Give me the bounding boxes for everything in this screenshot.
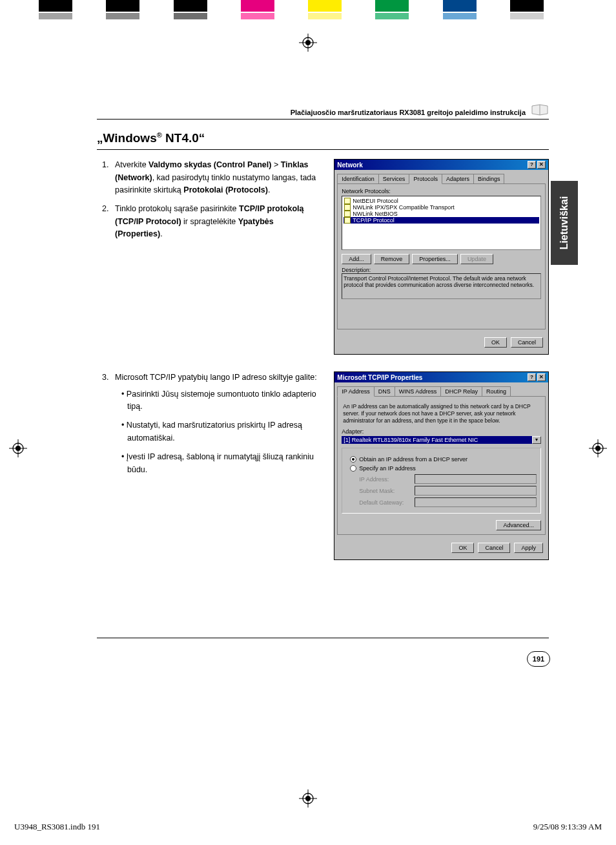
color-swatch xyxy=(308,0,342,12)
radio-obtain-dhcp[interactable]: Obtain an IP address from a DHCP server xyxy=(350,456,537,463)
remove-button[interactable]: Remove xyxy=(374,254,410,264)
dialog-tabs: IP AddressDNSWINS AddressDHCP RelayRouti… xyxy=(337,386,546,396)
color-swatch xyxy=(106,0,139,12)
tab-dhcp-relay[interactable]: DHCP Relay xyxy=(440,386,482,396)
tab-dns[interactable]: DNS xyxy=(374,386,395,396)
network-dialog: Network ? ✕ IdentificationServicesProtoc… xyxy=(334,159,549,355)
properties-button[interactable]: Properties... xyxy=(412,254,458,264)
ok-button[interactable]: OK xyxy=(451,543,474,553)
adapter-dropdown[interactable]: [1] Realtek RTL8139/810x Family Fast Eth… xyxy=(342,436,541,444)
help-button[interactable]: ? xyxy=(528,161,536,169)
language-tab: Lietuviškai xyxy=(551,181,578,265)
dialog-titlebar: Network ? ✕ xyxy=(334,160,548,170)
instruction-text: Microsoft TCP/IP ypatybių lango IP adres… xyxy=(97,371,322,560)
tab-bindings[interactable]: Bindings xyxy=(473,174,505,183)
color-swatch xyxy=(510,13,544,19)
tab-services[interactable]: Services xyxy=(378,174,410,183)
bullet-item: Įvesti IP adresą, šabloną ir numatytąjį … xyxy=(121,451,322,476)
radio-icon xyxy=(350,456,356,463)
apply-button[interactable]: Apply xyxy=(514,543,543,553)
info-text: An IP address can be automatically assig… xyxy=(342,401,541,428)
registration-mark-icon xyxy=(299,789,317,808)
color-swatch xyxy=(241,0,274,12)
color-swatch xyxy=(139,13,173,19)
cancel-button[interactable]: Cancel xyxy=(478,543,510,553)
tab-identification[interactable]: Identification xyxy=(337,174,379,183)
footer-rule xyxy=(97,638,549,638)
color-swatch xyxy=(139,0,173,12)
slug-file: U3948_RS3081.indb 191 xyxy=(14,822,100,832)
tab-routing[interactable]: Routing xyxy=(482,386,511,396)
tab-ip-address[interactable]: IP Address xyxy=(337,386,374,397)
cancel-button[interactable]: Cancel xyxy=(511,337,543,348)
description-text: Transport Control Protocol/Internet Prot… xyxy=(342,273,541,299)
book-icon xyxy=(531,103,549,116)
color-swatch xyxy=(409,0,442,12)
color-swatch xyxy=(544,13,577,19)
color-swatch xyxy=(207,0,241,12)
tab-protocols[interactable]: Protocols xyxy=(409,174,442,184)
bullet-item: Pasirinkti Jūsų sistemoje sumontuoto tin… xyxy=(121,388,322,413)
protocol-icon xyxy=(344,211,351,217)
running-header-text: Plačiajuosčio maršrutizatoriaus RX3081 g… xyxy=(291,109,526,116)
protocol-listbox[interactable]: NetBEUI ProtocolNWLink IPX/SPX Compatibl… xyxy=(342,196,541,250)
color-calibration-bar xyxy=(39,0,577,25)
help-button[interactable]: ? xyxy=(528,373,536,381)
tcpip-properties-dialog: Microsoft TCP/IP Properties ? ✕ IP Addre… xyxy=(334,371,549,560)
color-swatch xyxy=(443,13,477,19)
chevron-down-icon[interactable]: ▾ xyxy=(532,436,541,444)
color-swatch xyxy=(375,13,409,19)
color-swatch xyxy=(106,13,139,19)
add-button[interactable]: Add... xyxy=(342,254,371,264)
tab-wins-address[interactable]: WINS Address xyxy=(395,386,442,396)
registration-mark-icon xyxy=(589,439,607,457)
color-swatch xyxy=(409,13,442,19)
dialog-title: Microsoft TCP/IP Properties xyxy=(337,374,422,381)
adapter-selected: [1] Realtek RTL8139/810x Family Fast Eth… xyxy=(342,436,532,444)
registration-mark-icon xyxy=(299,34,317,52)
color-swatch xyxy=(477,13,510,19)
tab-adapters[interactable]: Adapters xyxy=(442,174,474,183)
list-item[interactable]: NWLink IPX/SPX Compatible Transport xyxy=(344,204,539,211)
color-swatch xyxy=(308,13,342,19)
color-swatch xyxy=(274,13,308,19)
list-item[interactable]: NWLink NetBIOS xyxy=(344,211,539,217)
color-swatch xyxy=(510,0,544,12)
page-number: 191 xyxy=(527,651,550,667)
adapter-label: Adapter: xyxy=(342,428,541,435)
update-button: Update xyxy=(460,254,493,264)
protocol-icon xyxy=(344,217,351,224)
running-header: Plačiajuosčio maršrutizatoriaus RX3081 g… xyxy=(97,103,549,120)
color-swatch xyxy=(174,0,207,12)
list-item[interactable]: NetBEUI Protocol xyxy=(344,198,539,204)
color-swatch xyxy=(72,13,106,19)
dialog-title: Network xyxy=(337,162,362,169)
step-1: Atverkite Valdymo skydas (Control Panel)… xyxy=(111,159,322,196)
radio-specify-ip[interactable]: Specify an IP address xyxy=(350,465,537,472)
protocol-icon xyxy=(344,204,351,211)
color-swatch xyxy=(174,13,207,19)
color-swatch xyxy=(544,0,577,12)
step-3: Microsoft TCP/IP ypatybių lango IP adres… xyxy=(111,371,322,476)
close-button[interactable]: ✕ xyxy=(537,373,546,381)
step-2: Tinklo protokolų sąraše pasirinkite TCP/… xyxy=(111,203,322,240)
color-swatch xyxy=(342,13,375,19)
color-swatch xyxy=(39,0,72,12)
list-item[interactable]: TCP/IP Protocol xyxy=(344,217,539,224)
advanced-button[interactable]: Advanced... xyxy=(496,520,541,530)
color-swatch xyxy=(443,0,477,12)
color-swatch xyxy=(342,0,375,12)
ok-button[interactable]: OK xyxy=(484,337,507,348)
ip-address-field: IP Address: xyxy=(359,474,537,484)
list-label: Network Protocols: xyxy=(342,188,541,194)
color-swatch xyxy=(477,0,510,12)
color-swatch xyxy=(375,0,409,12)
color-swatch xyxy=(207,13,241,19)
close-button[interactable]: ✕ xyxy=(537,161,546,169)
page-content: Plačiajuosčio maršrutizatoriaus RX3081 g… xyxy=(97,103,549,638)
bullet-item: Nustatyti, kad maršrutizatorius priskirt… xyxy=(121,419,322,444)
slug-timestamp: 9/25/08 9:13:39 AM xyxy=(533,822,602,832)
radio-icon xyxy=(350,465,356,472)
dialog-tabs: IdentificationServicesProtocolsAdaptersB… xyxy=(337,174,546,183)
color-swatch xyxy=(274,0,308,12)
